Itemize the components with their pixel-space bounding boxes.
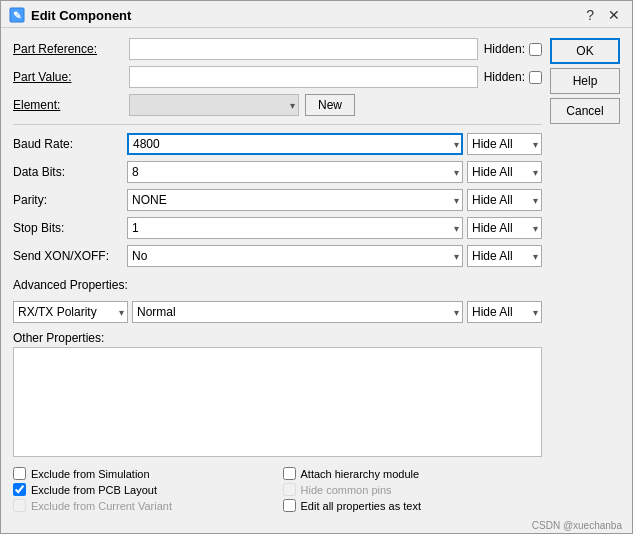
part-reference-label: Part Reference:: [13, 42, 123, 56]
data-bits-hide-wrapper: Hide All Show All: [467, 161, 542, 183]
hidden-checkbox-2[interactable]: [529, 71, 542, 84]
dialog-body: Part Reference: Hidden: Part Value: Hidd…: [1, 28, 632, 520]
advanced-label-row: Advanced Properties:: [13, 273, 542, 295]
exclude-pcb-label: Exclude from PCB Layout: [31, 484, 157, 496]
baud-hide-select[interactable]: Hide All Show All: [467, 133, 542, 155]
checkbox-col-right: Attach hierarchy module Hide common pins…: [283, 467, 543, 512]
stop-bits-label: Stop Bits:: [13, 221, 123, 235]
parity-row: Parity: NONE ODD EVEN MARK SPACE Hide Al…: [13, 189, 542, 211]
parity-label: Parity:: [13, 193, 123, 207]
hidden-check-group-1: Hidden:: [484, 42, 542, 56]
part-reference-row: Part Reference: Hidden:: [13, 38, 542, 60]
title-controls: ? ✕: [582, 7, 624, 23]
baud-rate-row: Baud Rate: 4800 9600 19200 38400 57600 1…: [13, 133, 542, 155]
parity-wrapper: NONE ODD EVEN MARK SPACE: [127, 189, 463, 211]
send-xon-select[interactable]: No Yes: [127, 245, 463, 267]
data-bits-wrapper: 5 6 7 8: [127, 161, 463, 183]
side-buttons: OK Help Cancel: [550, 38, 620, 512]
exclude-pcb-row: Exclude from PCB Layout: [13, 483, 273, 496]
cancel-button[interactable]: Cancel: [550, 98, 620, 124]
send-xon-hide-wrapper: Hide All Show All: [467, 245, 542, 267]
adv-prop-wrapper: RX/TX Polarity: [13, 301, 128, 323]
stop-bits-hide-wrapper: Hide All Show All: [467, 217, 542, 239]
divider-1: [13, 124, 542, 125]
ok-button[interactable]: OK: [550, 38, 620, 64]
part-value-input[interactable]: [129, 66, 478, 88]
send-xon-row: Send XON/XOFF: No Yes Hide All Show All: [13, 245, 542, 267]
attach-hierarchy-label: Attach hierarchy module: [301, 468, 420, 480]
hidden-label-2: Hidden:: [484, 70, 525, 84]
advanced-label: Advanced Properties:: [13, 278, 128, 292]
checkbox-section: Exclude from Simulation Exclude from PCB…: [13, 467, 542, 512]
adv-prop-select[interactable]: RX/TX Polarity: [13, 301, 128, 323]
exclude-simulation-label: Exclude from Simulation: [31, 468, 150, 480]
exclude-variant-checkbox[interactable]: [13, 499, 26, 512]
exclude-simulation-checkbox[interactable]: [13, 467, 26, 480]
edit-properties-checkbox[interactable]: [283, 499, 296, 512]
main-content: Part Reference: Hidden: Part Value: Hidd…: [13, 38, 542, 512]
baud-rate-select[interactable]: 4800 9600 19200 38400 57600 115200: [127, 133, 463, 155]
stop-bits-select[interactable]: 1 1.5 2: [127, 217, 463, 239]
checkbox-col-left: Exclude from Simulation Exclude from PCB…: [13, 467, 273, 512]
exclude-variant-row: Exclude from Current Variant: [13, 499, 273, 512]
adv-value-wrapper: Normal Inverted: [132, 301, 463, 323]
adv-hide-select[interactable]: Hide All Show All: [467, 301, 542, 323]
data-bits-select[interactable]: 5 6 7 8: [127, 161, 463, 183]
stop-bits-hide-select[interactable]: Hide All Show All: [467, 217, 542, 239]
exclude-pcb-checkbox[interactable]: [13, 483, 26, 496]
other-properties-section: Other Properties:: [13, 329, 542, 457]
exclude-simulation-row: Exclude from Simulation: [13, 467, 273, 480]
baud-rate-wrapper: 4800 9600 19200 38400 57600 115200: [127, 133, 463, 155]
attach-hierarchy-checkbox[interactable]: [283, 467, 296, 480]
new-button[interactable]: New: [305, 94, 355, 116]
help-side-button[interactable]: Help: [550, 68, 620, 94]
data-bits-label: Data Bits:: [13, 165, 123, 179]
data-bits-row: Data Bits: 5 6 7 8 Hide All Show All: [13, 161, 542, 183]
hide-common-pins-label: Hide common pins: [301, 484, 392, 496]
parity-hide-wrapper: Hide All Show All: [467, 189, 542, 211]
dialog-icon: ✎: [9, 7, 25, 23]
help-button[interactable]: ?: [582, 7, 598, 23]
edit-component-dialog: ✎ Edit Component ? ✕ Part Reference: Hid…: [0, 0, 633, 534]
close-title-button[interactable]: ✕: [604, 7, 624, 23]
part-value-label: Part Value:: [13, 70, 123, 84]
baud-rate-label: Baud Rate:: [13, 137, 123, 151]
send-xon-label: Send XON/XOFF:: [13, 249, 123, 263]
other-properties-label: Other Properties:: [13, 331, 542, 345]
dialog-title: Edit Component: [31, 8, 576, 23]
element-label: Element:: [13, 98, 123, 112]
send-xon-wrapper: No Yes: [127, 245, 463, 267]
exclude-variant-label: Exclude from Current Variant: [31, 500, 172, 512]
advanced-properties-row: RX/TX Polarity Normal Inverted Hide All …: [13, 301, 542, 323]
hide-common-pins-checkbox[interactable]: [283, 483, 296, 496]
svg-text:✎: ✎: [13, 10, 21, 21]
parity-select[interactable]: NONE ODD EVEN MARK SPACE: [127, 189, 463, 211]
baud-hide-wrapper: Hide All Show All: [467, 133, 542, 155]
edit-properties-label: Edit all properties as text: [301, 500, 421, 512]
stop-bits-row: Stop Bits: 1 1.5 2 Hide All Show All: [13, 217, 542, 239]
edit-properties-row: Edit all properties as text: [283, 499, 543, 512]
title-bar: ✎ Edit Component ? ✕: [1, 1, 632, 28]
hidden-check-group-2: Hidden:: [484, 70, 542, 84]
hide-common-pins-row: Hide common pins: [283, 483, 543, 496]
other-properties-textarea[interactable]: [13, 347, 542, 457]
attach-hierarchy-row: Attach hierarchy module: [283, 467, 543, 480]
element-dropdown[interactable]: [129, 94, 299, 116]
part-reference-input[interactable]: [129, 38, 478, 60]
parity-hide-select[interactable]: Hide All Show All: [467, 189, 542, 211]
element-row: Element: ▾ New: [13, 94, 542, 116]
part-value-row: Part Value: Hidden:: [13, 66, 542, 88]
data-bits-hide-select[interactable]: Hide All Show All: [467, 161, 542, 183]
stop-bits-wrapper: 1 1.5 2: [127, 217, 463, 239]
hidden-label-1: Hidden:: [484, 42, 525, 56]
send-xon-hide-select[interactable]: Hide All Show All: [467, 245, 542, 267]
hidden-checkbox-1[interactable]: [529, 43, 542, 56]
watermark: CSDN @xuechanba: [1, 520, 632, 533]
adv-value-select[interactable]: Normal Inverted: [132, 301, 463, 323]
adv-hide-wrapper: Hide All Show All: [467, 301, 542, 323]
